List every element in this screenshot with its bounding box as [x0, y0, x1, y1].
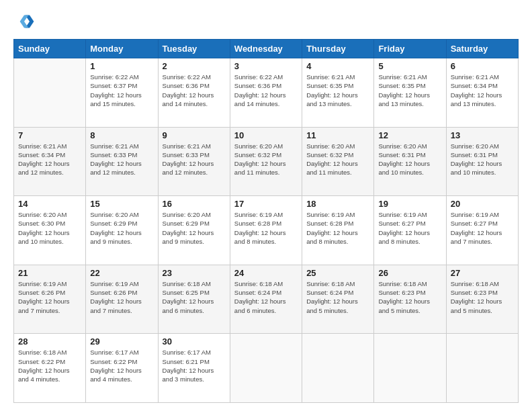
day-number: 18 — [306, 199, 369, 209]
weekday-header-monday: Monday — [86, 40, 158, 58]
calendar-cell — [446, 334, 518, 403]
calendar-cell: 28Sunrise: 6:18 AM Sunset: 6:22 PM Dayli… — [14, 334, 86, 403]
day-info: Sunrise: 6:17 AM Sunset: 6:22 PM Dayligh… — [90, 348, 153, 383]
calendar-cell: 22Sunrise: 6:19 AM Sunset: 6:26 PM Dayli… — [86, 265, 158, 334]
day-number: 14 — [18, 199, 81, 209]
calendar-cell: 19Sunrise: 6:19 AM Sunset: 6:27 PM Dayli… — [374, 196, 446, 265]
calendar-cell: 29Sunrise: 6:17 AM Sunset: 6:22 PM Dayli… — [86, 334, 158, 403]
day-number: 11 — [306, 130, 369, 140]
weekday-header-wednesday: Wednesday — [230, 40, 302, 58]
day-info: Sunrise: 6:17 AM Sunset: 6:21 PM Dayligh… — [163, 348, 226, 383]
calendar-cell: 9Sunrise: 6:21 AM Sunset: 6:33 PM Daylig… — [158, 127, 230, 196]
calendar-cell: 24Sunrise: 6:18 AM Sunset: 6:24 PM Dayli… — [230, 265, 302, 334]
page: SundayMondayTuesdayWednesdayThursdayFrid… — [0, 0, 532, 411]
day-number: 8 — [90, 130, 153, 140]
calendar-cell: 6Sunrise: 6:21 AM Sunset: 6:34 PM Daylig… — [446, 58, 518, 128]
day-info: Sunrise: 6:20 AM Sunset: 6:31 PM Dayligh… — [378, 142, 441, 177]
day-number: 6 — [451, 61, 514, 71]
day-number: 1 — [90, 61, 153, 71]
day-info: Sunrise: 6:18 AM Sunset: 6:24 PM Dayligh… — [234, 279, 298, 315]
calendar-cell: 17Sunrise: 6:19 AM Sunset: 6:28 PM Dayli… — [230, 196, 302, 265]
header — [13, 11, 519, 32]
calendar-table: SundayMondayTuesdayWednesdayThursdayFrid… — [13, 39, 519, 403]
calendar-cell: 23Sunrise: 6:18 AM Sunset: 6:25 PM Dayli… — [158, 265, 230, 334]
day-info: Sunrise: 6:18 AM Sunset: 6:24 PM Dayligh… — [306, 279, 369, 315]
day-info: Sunrise: 6:21 AM Sunset: 6:34 PM Dayligh… — [18, 142, 81, 177]
day-info: Sunrise: 6:22 AM Sunset: 6:36 PM Dayligh… — [163, 73, 226, 108]
calendar-week-3: 14Sunrise: 6:20 AM Sunset: 6:30 PM Dayli… — [14, 196, 519, 265]
calendar-cell: 8Sunrise: 6:21 AM Sunset: 6:33 PM Daylig… — [86, 127, 158, 196]
day-number: 19 — [378, 199, 441, 209]
calendar-week-1: 1Sunrise: 6:22 AM Sunset: 6:37 PM Daylig… — [14, 58, 519, 128]
day-number: 13 — [451, 130, 514, 140]
day-number: 24 — [234, 268, 298, 278]
day-number: 15 — [90, 199, 153, 209]
calendar-cell: 7Sunrise: 6:21 AM Sunset: 6:34 PM Daylig… — [14, 127, 86, 196]
day-number: 2 — [163, 61, 226, 71]
calendar-cell: 21Sunrise: 6:19 AM Sunset: 6:26 PM Dayli… — [14, 265, 86, 334]
day-info: Sunrise: 6:19 AM Sunset: 6:26 PM Dayligh… — [90, 279, 153, 315]
day-number: 3 — [234, 61, 298, 71]
calendar-cell — [230, 334, 302, 403]
day-number: 12 — [378, 130, 441, 140]
weekday-header-friday: Friday — [374, 40, 446, 58]
day-info: Sunrise: 6:18 AM Sunset: 6:23 PM Dayligh… — [378, 279, 441, 315]
day-info: Sunrise: 6:20 AM Sunset: 6:31 PM Dayligh… — [451, 142, 514, 177]
calendar-cell: 20Sunrise: 6:19 AM Sunset: 6:27 PM Dayli… — [446, 196, 518, 265]
day-number: 21 — [18, 268, 81, 278]
calendar-cell: 15Sunrise: 6:20 AM Sunset: 6:29 PM Dayli… — [86, 196, 158, 265]
day-info: Sunrise: 6:21 AM Sunset: 6:33 PM Dayligh… — [90, 142, 153, 177]
calendar-cell — [374, 334, 446, 403]
calendar-cell — [14, 58, 86, 128]
weekday-header-tuesday: Tuesday — [158, 40, 230, 58]
calendar-cell: 4Sunrise: 6:21 AM Sunset: 6:35 PM Daylig… — [302, 58, 374, 128]
day-info: Sunrise: 6:21 AM Sunset: 6:35 PM Dayligh… — [306, 73, 369, 108]
calendar-week-2: 7Sunrise: 6:21 AM Sunset: 6:34 PM Daylig… — [14, 127, 519, 196]
day-number: 26 — [378, 268, 441, 278]
day-number: 25 — [306, 268, 369, 278]
day-info: Sunrise: 6:20 AM Sunset: 6:32 PM Dayligh… — [306, 142, 369, 177]
weekday-header-sunday: Sunday — [14, 40, 86, 58]
calendar-cell: 18Sunrise: 6:19 AM Sunset: 6:28 PM Dayli… — [302, 196, 374, 265]
day-info: Sunrise: 6:19 AM Sunset: 6:28 PM Dayligh… — [234, 210, 298, 246]
day-number: 20 — [451, 199, 514, 209]
calendar-cell: 26Sunrise: 6:18 AM Sunset: 6:23 PM Dayli… — [374, 265, 446, 334]
day-number: 28 — [18, 336, 81, 347]
logo-icon — [13, 11, 35, 32]
calendar-cell: 12Sunrise: 6:20 AM Sunset: 6:31 PM Dayli… — [374, 127, 446, 196]
calendar-cell: 5Sunrise: 6:21 AM Sunset: 6:35 PM Daylig… — [374, 58, 446, 128]
day-info: Sunrise: 6:20 AM Sunset: 6:29 PM Dayligh… — [90, 210, 153, 246]
day-info: Sunrise: 6:19 AM Sunset: 6:27 PM Dayligh… — [378, 210, 441, 246]
day-info: Sunrise: 6:22 AM Sunset: 6:37 PM Dayligh… — [90, 73, 153, 108]
calendar-cell: 27Sunrise: 6:18 AM Sunset: 6:23 PM Dayli… — [446, 265, 518, 334]
day-info: Sunrise: 6:20 AM Sunset: 6:29 PM Dayligh… — [163, 210, 226, 246]
calendar-cell: 25Sunrise: 6:18 AM Sunset: 6:24 PM Dayli… — [302, 265, 374, 334]
calendar-cell: 11Sunrise: 6:20 AM Sunset: 6:32 PM Dayli… — [302, 127, 374, 196]
day-info: Sunrise: 6:18 AM Sunset: 6:23 PM Dayligh… — [451, 279, 514, 315]
day-info: Sunrise: 6:20 AM Sunset: 6:32 PM Dayligh… — [234, 142, 298, 177]
day-info: Sunrise: 6:21 AM Sunset: 6:33 PM Dayligh… — [163, 142, 226, 177]
day-info: Sunrise: 6:19 AM Sunset: 6:27 PM Dayligh… — [451, 210, 514, 246]
day-number: 9 — [163, 130, 226, 140]
calendar-week-5: 28Sunrise: 6:18 AM Sunset: 6:22 PM Dayli… — [14, 334, 519, 403]
calendar-cell: 14Sunrise: 6:20 AM Sunset: 6:30 PM Dayli… — [14, 196, 86, 265]
day-info: Sunrise: 6:18 AM Sunset: 6:22 PM Dayligh… — [18, 348, 81, 383]
day-number: 5 — [378, 61, 441, 71]
day-number: 4 — [306, 61, 369, 71]
calendar-cell: 1Sunrise: 6:22 AM Sunset: 6:37 PM Daylig… — [86, 58, 158, 128]
calendar-cell: 30Sunrise: 6:17 AM Sunset: 6:21 PM Dayli… — [158, 334, 230, 403]
calendar-cell: 3Sunrise: 6:22 AM Sunset: 6:36 PM Daylig… — [230, 58, 302, 128]
day-number: 22 — [90, 268, 153, 278]
day-info: Sunrise: 6:18 AM Sunset: 6:25 PM Dayligh… — [163, 279, 226, 315]
calendar-cell — [302, 334, 374, 403]
day-info: Sunrise: 6:19 AM Sunset: 6:26 PM Dayligh… — [18, 279, 81, 315]
weekday-header-saturday: Saturday — [446, 40, 518, 58]
day-number: 7 — [18, 130, 81, 140]
calendar-header-row: SundayMondayTuesdayWednesdayThursdayFrid… — [14, 40, 519, 58]
logo — [13, 11, 38, 32]
day-number: 10 — [234, 130, 298, 140]
day-info: Sunrise: 6:22 AM Sunset: 6:36 PM Dayligh… — [234, 73, 298, 108]
weekday-header-thursday: Thursday — [302, 40, 374, 58]
calendar-cell: 2Sunrise: 6:22 AM Sunset: 6:36 PM Daylig… — [158, 58, 230, 128]
calendar-cell: 13Sunrise: 6:20 AM Sunset: 6:31 PM Dayli… — [446, 127, 518, 196]
